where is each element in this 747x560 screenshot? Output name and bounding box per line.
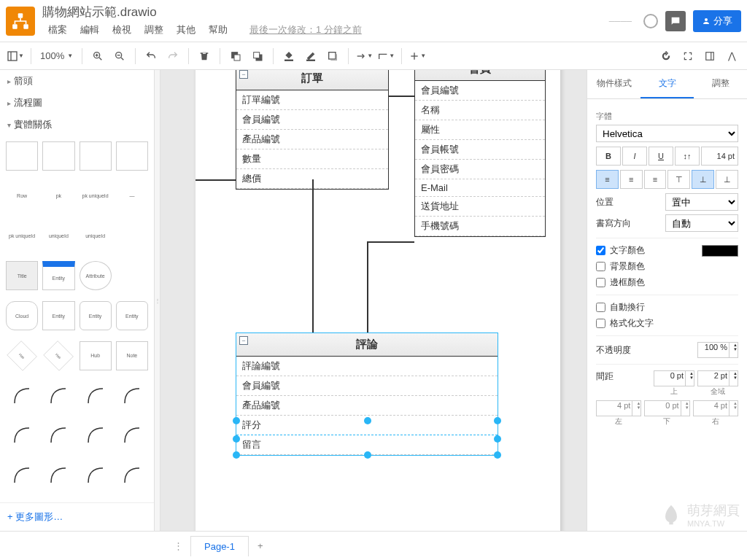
align-right-button[interactable]: ≡ xyxy=(644,170,667,189)
valign-middle-button[interactable]: ⊥ xyxy=(692,170,714,189)
sidebar-toggle-icon[interactable]: ▼ xyxy=(6,47,25,66)
shape-entity[interactable]: Entity xyxy=(116,301,148,330)
direction-select[interactable]: 自動 xyxy=(665,214,738,232)
entity-row[interactable]: 屬性 xyxy=(415,120,545,140)
shape-entity-blue[interactable]: Entity xyxy=(42,261,74,290)
fullscreen-icon[interactable] xyxy=(678,47,697,66)
chevron-icon[interactable]: ⋀ xyxy=(722,47,741,66)
entity-row[interactable]: 會員編號 xyxy=(236,376,498,396)
collapse-icon[interactable]: − xyxy=(239,336,248,345)
connector[interactable] xyxy=(367,241,414,243)
opacity-input[interactable]: 100 %▲▼ xyxy=(697,342,738,358)
entity-row[interactable]: 會員帳號 xyxy=(415,140,545,160)
shape-connector[interactable] xyxy=(80,381,112,411)
shape-attribute[interactable]: Attribute xyxy=(80,261,112,290)
shape-connector[interactable] xyxy=(6,461,38,490)
selection-handle[interactable] xyxy=(233,417,240,424)
page-menu-icon[interactable]: ⋮ xyxy=(166,540,190,551)
shape-row-u[interactable]: uniqueId xyxy=(42,222,74,251)
entity-row[interactable]: 會員編號 xyxy=(236,110,388,130)
shape-note[interactable]: Note xyxy=(116,341,148,370)
border-color-check[interactable] xyxy=(596,278,605,287)
menu-view[interactable]: 檢視 xyxy=(107,22,137,38)
comments-button[interactable] xyxy=(665,11,686,31)
shadow-icon[interactable] xyxy=(323,47,342,66)
bold-button[interactable]: B xyxy=(596,147,621,166)
last-modified[interactable]: 最後一次修改：1 分鐘之前 xyxy=(244,22,368,38)
connector[interactable] xyxy=(367,241,368,332)
shape-connector[interactable] xyxy=(6,381,38,411)
sidebar-collapse[interactable]: ⋮ xyxy=(155,70,160,531)
position-select[interactable]: 置中 xyxy=(665,193,738,211)
refresh-icon[interactable] xyxy=(657,47,676,66)
vertical-button[interactable]: ↕↑ xyxy=(675,147,700,166)
shape-line[interactable]: — xyxy=(116,182,148,211)
bg-color-check[interactable] xyxy=(596,262,605,271)
shape-has[interactable]: Has xyxy=(44,341,74,371)
shape-row-pku[interactable]: pk uniqueId xyxy=(80,182,112,211)
menu-file[interactable]: 檔案 xyxy=(42,22,73,38)
entity-order[interactable]: − 訂單 訂單編號 會員編號 產品編號 數量 總價 xyxy=(236,70,389,190)
valign-bottom-button[interactable]: ⊥ xyxy=(716,170,738,189)
tab-arrange[interactable]: 調整 xyxy=(694,70,747,98)
entity-row[interactable]: 名稱 xyxy=(415,101,545,120)
selection-handle[interactable] xyxy=(494,451,501,459)
shape-table[interactable] xyxy=(116,141,148,171)
underline-button[interactable]: U xyxy=(649,147,673,166)
page-tab[interactable]: Page-1 xyxy=(190,536,249,556)
shape-connector[interactable] xyxy=(42,421,74,450)
shape-entity[interactable]: Entity xyxy=(42,301,74,330)
selection-handle[interactable] xyxy=(233,435,240,443)
waypoints-icon[interactable]: ▼ xyxy=(376,47,395,66)
shape-connector[interactable] xyxy=(80,421,112,450)
entity-row[interactable]: 產品編號 xyxy=(236,396,498,416)
zoom-level[interactable]: 100%▼ xyxy=(37,50,76,61)
tab-text[interactable]: 文字 xyxy=(640,70,694,98)
connector[interactable] xyxy=(196,179,236,181)
spacing-left-input[interactable]: 4 pt▲▼ xyxy=(596,400,641,416)
zoom-out-icon[interactable] xyxy=(110,47,129,66)
entity-row[interactable]: 會員編號 xyxy=(415,81,545,101)
shape-connector[interactable] xyxy=(116,381,148,411)
fill-color-icon[interactable] xyxy=(279,47,298,66)
globe-icon[interactable] xyxy=(643,14,658,28)
shape-hub[interactable]: Hub xyxy=(80,341,112,370)
shape-row-pk[interactable]: pk xyxy=(42,182,74,211)
entity-row[interactable]: 手機號碼 xyxy=(415,217,545,236)
insert-icon[interactable]: ▼ xyxy=(408,47,427,66)
shape-connector[interactable] xyxy=(42,381,74,411)
entity-row[interactable]: E-Mail xyxy=(415,179,545,197)
format-check[interactable] xyxy=(596,319,605,328)
connector[interactable] xyxy=(312,179,314,332)
shape-entity[interactable]: Entity xyxy=(80,301,112,330)
shape-table[interactable] xyxy=(80,141,112,171)
selection-handle[interactable] xyxy=(494,435,501,443)
text-color-check[interactable] xyxy=(596,246,605,255)
category-entity-relation[interactable]: 實體關係 xyxy=(0,114,154,136)
to-front-icon[interactable] xyxy=(226,47,245,66)
shape-row-u2[interactable]: uniqueId xyxy=(80,222,112,251)
wrap-check[interactable] xyxy=(596,303,605,312)
more-shapes-link[interactable]: + 更多圖形… xyxy=(0,502,154,531)
spacing-global-input[interactable]: 2 pt▲▼ xyxy=(697,370,738,386)
selection-handle[interactable] xyxy=(364,417,371,424)
align-left-button[interactable]: ≡ xyxy=(596,170,619,189)
entity-review[interactable]: − 評論 評論編號 會員編號 產品編號 評分 留言 xyxy=(236,332,498,456)
shape-connector[interactable] xyxy=(116,461,148,490)
delete-icon[interactable] xyxy=(195,47,214,66)
shape-connector[interactable] xyxy=(42,461,74,490)
font-select[interactable]: Helvetica xyxy=(596,125,738,142)
share-button[interactable]: 分享 xyxy=(693,10,741,32)
menu-arrange[interactable]: 調整 xyxy=(139,22,169,38)
tab-style[interactable]: 物件樣式 xyxy=(587,70,640,98)
entity-member[interactable]: − 會員 會員編號 名稱 屬性 會員帳號 會員密碼 E-Mail 送貨地址 手機… xyxy=(414,70,546,237)
menu-extras[interactable]: 其他 xyxy=(171,22,201,38)
font-size-input[interactable]: 14 pt xyxy=(701,147,738,166)
spacing-bottom-input[interactable]: 0 pt▲▼ xyxy=(644,400,689,416)
shape-cloud[interactable]: Cloud xyxy=(6,301,38,330)
doc-title[interactable]: 購物網站示範.drawio xyxy=(42,4,609,20)
shape-empty[interactable] xyxy=(116,222,148,251)
connection-icon[interactable]: ▼ xyxy=(355,47,374,66)
italic-button[interactable]: I xyxy=(622,147,647,166)
entity-row[interactable]: 會員密碼 xyxy=(415,160,545,179)
